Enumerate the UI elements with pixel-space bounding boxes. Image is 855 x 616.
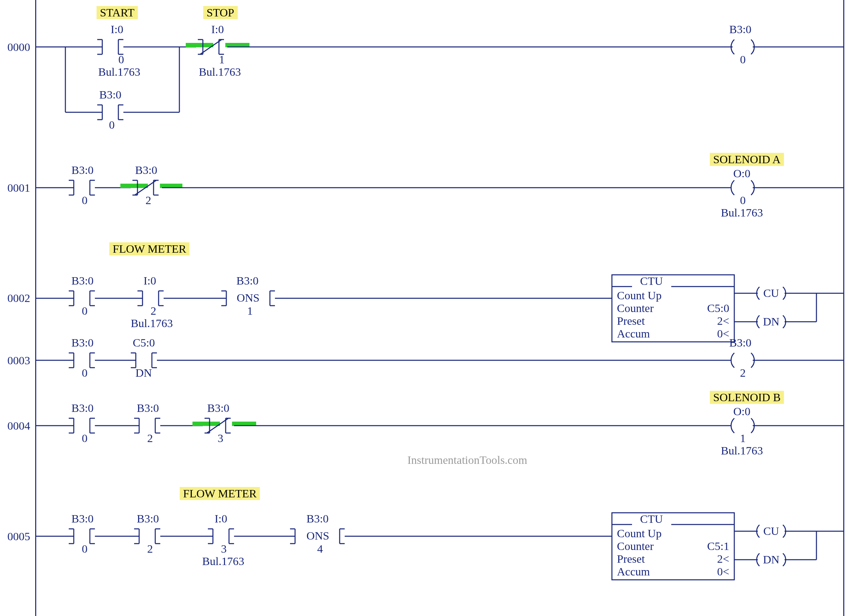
bit: 2 — [147, 433, 153, 445]
svg-rect-9 — [227, 45, 247, 45]
svg-rect-74 — [195, 423, 218, 424]
svg-text:0<: 0< — [717, 327, 729, 340]
bit: 4 — [317, 543, 323, 555]
svg-rect-23 — [123, 186, 146, 186]
tag-label: SOLENOID B — [710, 391, 784, 404]
addr: O:0 — [733, 168, 751, 180]
svg-text:Accum: Accum — [617, 327, 650, 340]
addr: B3:0 — [71, 275, 93, 287]
addr: C5:0 — [133, 337, 155, 349]
bit: 0 — [82, 543, 87, 555]
svg-text:CU: CU — [763, 287, 779, 299]
bit: 3 — [221, 543, 227, 555]
svg-text:C5:0: C5:0 — [707, 302, 729, 314]
rung-number: 0002 — [0, 292, 30, 304]
bit: 2 — [147, 543, 153, 555]
output-coil — [731, 180, 754, 195]
addr: B3:0 — [236, 275, 259, 287]
tag-label: FLOW METER — [180, 487, 260, 500]
addr: B3:0 — [99, 89, 121, 101]
addr: B3:0 — [135, 164, 157, 176]
addr: B3:0 — [71, 402, 93, 414]
svg-rect-27 — [162, 186, 181, 186]
status-coil: DN — [757, 315, 786, 328]
output-coil — [731, 353, 754, 368]
bit: 0 — [740, 53, 746, 66]
bit: 1 — [247, 305, 253, 317]
addr: B3:0 — [137, 513, 159, 525]
svg-text:Preset: Preset — [617, 553, 645, 565]
tag-label: FLOW METER — [109, 242, 190, 255]
ladder-diagram: 0000 0001 0002 0003 0004 0005 START STOP… — [0, 0, 855, 616]
bit: 0 — [82, 433, 87, 445]
svg-text:Counter: Counter — [617, 302, 654, 314]
addr: B3:0 — [71, 164, 93, 176]
svg-rect-78 — [234, 423, 254, 424]
bit: 0 — [82, 367, 87, 379]
svg-text:Accum: Accum — [617, 566, 650, 578]
output-coil — [731, 40, 754, 54]
svg-text:DN: DN — [763, 315, 779, 328]
rung-3 — [35, 340, 844, 381]
svg-text:ONS: ONS — [237, 292, 259, 304]
addr: O:0 — [733, 405, 751, 417]
svg-text:DN: DN — [763, 553, 779, 566]
svg-text:2<: 2< — [717, 315, 729, 327]
addr: B3:0 — [137, 402, 159, 414]
svg-text:ONS: ONS — [306, 529, 329, 542]
addr: I:0 — [144, 275, 156, 287]
tag-label: SOLENOID A — [710, 153, 784, 166]
addr: B3:0 — [71, 513, 93, 525]
svg-text:0<: 0< — [717, 566, 729, 578]
note: Bul.1763 — [202, 555, 244, 567]
status-coil: CU — [757, 525, 786, 538]
bit: 0 — [740, 194, 746, 206]
note: Bul.1763 — [98, 66, 141, 78]
addr: B3:0 — [71, 337, 93, 349]
bit: 2 — [146, 194, 151, 206]
ctu-block: CTU Count Up Counter C5:0 Preset 2< Accu… — [612, 275, 734, 342]
svg-text:2<: 2< — [717, 553, 729, 565]
addr: B3:0 — [207, 402, 229, 414]
addr: B3:0 — [729, 337, 751, 349]
bit: 1 — [219, 53, 225, 66]
status-coil: DN — [757, 553, 786, 566]
bit: 1 — [740, 433, 746, 445]
status-coil: CU — [757, 287, 786, 300]
note: Bul.1763 — [199, 66, 241, 78]
addr: I:0 — [111, 23, 123, 35]
svg-text:C5:1: C5:1 — [707, 540, 729, 552]
bit: 0 — [82, 194, 87, 206]
rung-number: 0003 — [0, 355, 30, 367]
svg-rect-5 — [188, 45, 211, 45]
rung-2: ONS CTU Count Up Counter C5:0 Preset 2< … — [35, 268, 844, 345]
svg-text:CTU: CTU — [640, 275, 663, 287]
bit: DN — [135, 367, 152, 379]
bit: 0 — [109, 119, 115, 131]
note: Bul.1763 — [131, 317, 173, 329]
svg-text:Preset: Preset — [617, 315, 645, 327]
rung-0 — [35, 0, 844, 134]
svg-text:Count Up: Count Up — [617, 527, 662, 540]
addr: B3:0 — [306, 513, 329, 525]
addr: I:0 — [211, 23, 224, 35]
bit: 2 — [150, 305, 156, 317]
bit: 0 — [118, 53, 124, 66]
note: Bul.1763 — [721, 207, 763, 219]
bit: 0 — [82, 305, 87, 317]
svg-text:CTU: CTU — [640, 513, 663, 525]
svg-text:CU: CU — [763, 525, 779, 537]
bit: 2 — [740, 367, 746, 379]
rung-number: 0004 — [0, 420, 30, 432]
addr: I:0 — [215, 513, 227, 525]
note: Bul.1763 — [721, 445, 763, 457]
rung-5: ONS CTU Count Up Counter C5:1 Preset 2< … — [35, 516, 844, 600]
addr: B3:0 — [729, 23, 751, 35]
ons-instruction: ONS — [221, 291, 275, 306]
svg-text:Counter: Counter — [617, 540, 654, 552]
rung-number: 0005 — [0, 530, 30, 543]
rung-number: 0000 — [0, 41, 30, 53]
ons-instruction: ONS — [290, 529, 345, 544]
rung-number: 0001 — [0, 182, 30, 194]
output-coil — [731, 418, 754, 433]
